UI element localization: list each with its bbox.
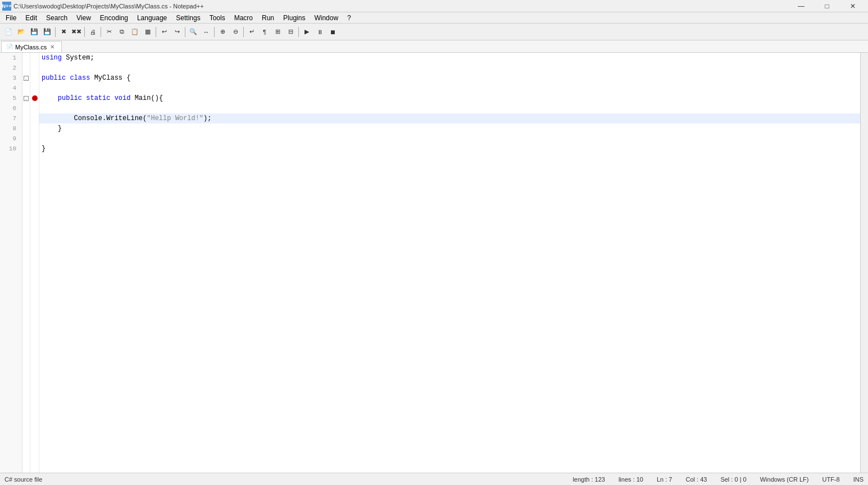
menu-item-encoding[interactable]: Encoding [96, 13, 133, 23]
statusbar-length: length : 123 [572, 476, 605, 483]
code-line-5: public static void Main(){ [39, 93, 860, 103]
statusbar-col: Col : 43 [685, 476, 707, 483]
menu-item-file[interactable]: File [1, 13, 21, 23]
statusbar-right: length : 123 lines : 10 Ln : 7 Col : 43 … [572, 476, 864, 483]
titlebar-title: C:\Users\swodog\Desktop\Projects\MyClass… [13, 3, 204, 10]
code-line-1: using System; [39, 53, 860, 63]
menu-item-search[interactable]: Search [42, 13, 72, 23]
menu-item-?[interactable]: ? [343, 13, 356, 23]
save-all-toolbar-button[interactable]: 💾 [41, 26, 53, 38]
file-tab[interactable]: 📄 MyClass.cs ✕ [1, 41, 62, 52]
bp-marker-5[interactable] [30, 93, 39, 103]
bp-marker-7[interactable] [30, 113, 39, 123]
sep1 [55, 27, 56, 37]
maximize-button[interactable]: □ [814, 0, 840, 12]
titlebar: N++ C:\Users\swodog\Desktop\Projects\MyC… [0, 0, 868, 12]
code-line-7: Console.WriteLine("Hellp World!"); [39, 113, 860, 123]
bp-marker-6[interactable] [30, 103, 39, 113]
paste-toolbar-button[interactable]: 📋 [129, 26, 141, 38]
menu-item-macro[interactable]: Macro [230, 13, 257, 23]
copy-toolbar-button[interactable]: ⧉ [116, 26, 128, 38]
menu-item-settings[interactable]: Settings [171, 13, 204, 23]
sep6 [214, 27, 215, 37]
bp-marker-4[interactable] [30, 83, 39, 93]
line-num-7: 7 [0, 113, 19, 123]
titlebar-controls: — □ ✕ [788, 0, 866, 12]
select-all-toolbar-button[interactable]: ▦ [142, 26, 154, 38]
line-num-10: 10 [0, 144, 19, 154]
find-toolbar-button[interactable]: 🔍 [187, 26, 199, 38]
open-toolbar-button[interactable]: 📂 [15, 26, 28, 38]
tabbar: 📄 MyClass.cs ✕ [0, 40, 868, 53]
stop-toolbar-button[interactable]: ⏹ [326, 26, 339, 38]
zoom-out-toolbar-button[interactable]: ⊖ [229, 26, 242, 38]
tab-close-button[interactable]: ✕ [49, 44, 56, 51]
menu-item-run[interactable]: Run [257, 13, 279, 23]
sep2 [84, 27, 85, 37]
statusbar-ln: Ln : 7 [657, 476, 672, 483]
showall-toolbar-button[interactable]: ¶ [258, 26, 271, 38]
bp-marker-8[interactable] [30, 123, 39, 134]
sep3 [101, 27, 101, 37]
editor-container: 12345678910 -- using System;public class… [0, 53, 868, 473]
minimize-button[interactable]: — [788, 0, 814, 12]
close-current-toolbar-button[interactable]: ✖ [57, 26, 70, 38]
replace-toolbar-button[interactable]: ↔ [200, 26, 212, 38]
fold-marker-5[interactable]: - [22, 93, 30, 103]
undo-toolbar-button[interactable]: ↩ [158, 26, 170, 38]
menu-item-language[interactable]: Language [133, 13, 171, 23]
treefold-toolbar-button[interactable]: ⊞ [271, 26, 284, 38]
close-all-toolbar-button[interactable]: ✖✖ [70, 26, 83, 38]
line-num-6: 6 [0, 103, 19, 113]
fold-gutter: -- [22, 53, 30, 473]
bp-marker-3[interactable] [30, 73, 39, 83]
run-toolbar-button[interactable]: ▶ [301, 26, 313, 38]
menu-item-view[interactable]: View [72, 13, 96, 23]
menu-item-tools[interactable]: Tools [205, 13, 230, 23]
breakpoint-dot-5 [32, 95, 38, 101]
code-line-10: } [39, 144, 860, 154]
line-num-4: 4 [0, 83, 19, 93]
pause-toolbar-button[interactable]: ⏸ [313, 26, 326, 38]
redo-toolbar-button[interactable]: ↪ [171, 26, 183, 38]
unfold-toolbar-button[interactable]: ⊟ [284, 26, 297, 38]
sep8 [298, 27, 299, 37]
bp-marker-2[interactable] [30, 63, 39, 73]
save-toolbar-button[interactable]: 💾 [28, 26, 40, 38]
code-line-4 [39, 83, 860, 93]
statusbar-encoding: UTF-8 [822, 476, 839, 483]
code-editor[interactable]: using System;public class MyClass { publ… [39, 53, 860, 473]
bp-marker-1[interactable] [30, 53, 39, 63]
bp-marker-9[interactable] [30, 134, 39, 144]
vertical-scrollbar[interactable] [860, 53, 868, 473]
code-line-2 [39, 63, 860, 73]
statusbar-filetype: C# source file [4, 476, 572, 483]
line-num-9: 9 [0, 134, 19, 144]
fold-marker-10 [22, 144, 30, 154]
breakpoint-gutter [30, 53, 39, 473]
fold-marker-4 [22, 83, 30, 93]
line-num-1: 1 [0, 53, 19, 63]
sep7 [243, 27, 244, 37]
statusbar: C# source file length : 123 lines : 10 L… [0, 473, 868, 485]
line-num-5: 5 [0, 93, 19, 103]
menu-item-window[interactable]: Window [310, 13, 343, 23]
wordwrap-toolbar-button[interactable]: ↵ [246, 26, 258, 38]
sep5 [185, 27, 185, 37]
zoom-in-toolbar-button[interactable]: ⊕ [216, 26, 229, 38]
new-toolbar-button[interactable]: 📄 [2, 26, 15, 38]
toolbar: 📄📂💾💾✖✖✖🖨✂⧉📋▦↩↪🔍↔⊕⊖↵¶⊞⊟▶⏸⏹ [0, 24, 868, 40]
bp-marker-10[interactable] [30, 144, 39, 154]
fold-marker-3[interactable]: - [22, 73, 30, 83]
code-line-3: public class MyClass { [39, 73, 860, 83]
close-button[interactable]: ✕ [840, 0, 866, 12]
fold-marker-6 [22, 103, 30, 113]
menu-item-edit[interactable]: Edit [21, 13, 42, 23]
statusbar-sel: Sel : 0 | 0 [720, 476, 746, 483]
menu-item-plugins[interactable]: Plugins [279, 13, 310, 23]
cut-toolbar-button[interactable]: ✂ [103, 26, 115, 38]
print-toolbar-button[interactable]: 🖨 [87, 26, 99, 38]
fold-marker-9 [22, 134, 30, 144]
fold-marker-7 [22, 113, 30, 123]
menubar: FileEditSearchViewEncodingLanguageSettin… [0, 12, 868, 24]
